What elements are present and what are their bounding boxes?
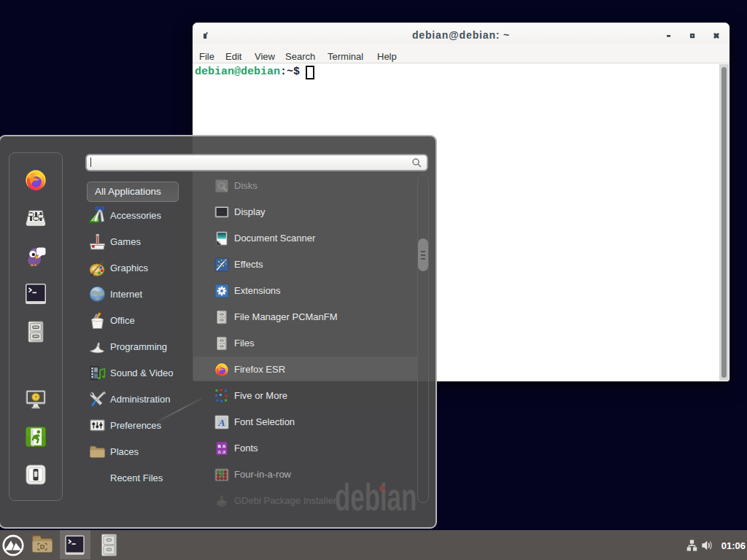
- svg-text:D: D: [40, 543, 45, 551]
- svg-text:a: a: [222, 448, 225, 455]
- svg-text:?: ?: [34, 395, 37, 400]
- svg-text:A: A: [217, 417, 225, 428]
- svg-text:debian: debian: [335, 476, 417, 516]
